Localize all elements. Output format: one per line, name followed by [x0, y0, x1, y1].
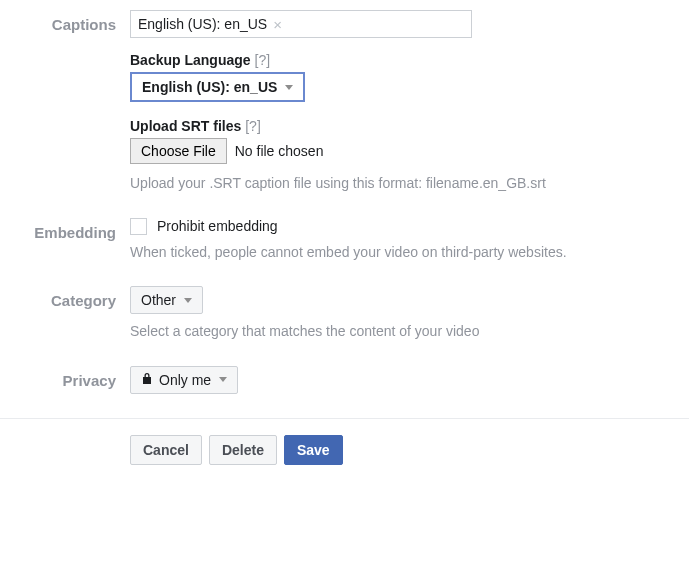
embedding-section-label: Embedding — [0, 218, 130, 241]
delete-button[interactable]: Delete — [209, 435, 277, 465]
save-button[interactable]: Save — [284, 435, 343, 465]
category-dropdown[interactable]: Other — [130, 286, 203, 314]
no-file-text: No file chosen — [235, 143, 324, 159]
category-section-label: Category — [0, 286, 130, 309]
prohibit-embedding-label: Prohibit embedding — [157, 218, 278, 234]
privacy-value: Only me — [159, 372, 211, 388]
remove-token-icon[interactable]: × — [273, 17, 282, 32]
srt-format-hint: Upload your .SRT caption file using this… — [130, 174, 673, 194]
privacy-dropdown[interactable]: Only me — [130, 366, 238, 394]
backup-language-dropdown[interactable]: English (US): en_US — [130, 72, 305, 102]
caret-down-icon — [219, 377, 227, 382]
privacy-section-label: Privacy — [0, 366, 130, 389]
lock-icon — [141, 372, 153, 388]
backup-language-value: English (US): en_US — [142, 79, 277, 95]
backup-language-help-icon[interactable]: [?] — [255, 52, 271, 68]
category-value: Other — [141, 292, 176, 308]
caret-down-icon — [285, 85, 293, 90]
cancel-button[interactable]: Cancel — [130, 435, 202, 465]
captions-section-label: Captions — [0, 10, 130, 33]
choose-file-button[interactable]: Choose File — [130, 138, 227, 164]
upload-srt-help-icon[interactable]: [?] — [245, 118, 261, 134]
footer-divider — [0, 418, 689, 419]
category-hint: Select a category that matches the conte… — [130, 322, 673, 342]
captions-language-token: English (US): en_US — [138, 16, 267, 32]
upload-srt-label: Upload SRT files — [130, 118, 241, 134]
captions-language-input[interactable]: English (US): en_US × — [130, 10, 472, 38]
prohibit-embedding-checkbox[interactable] — [130, 218, 147, 235]
caret-down-icon — [184, 298, 192, 303]
embedding-hint: When ticked, people cannot embed your vi… — [130, 243, 673, 263]
backup-language-label: Backup Language — [130, 52, 251, 68]
